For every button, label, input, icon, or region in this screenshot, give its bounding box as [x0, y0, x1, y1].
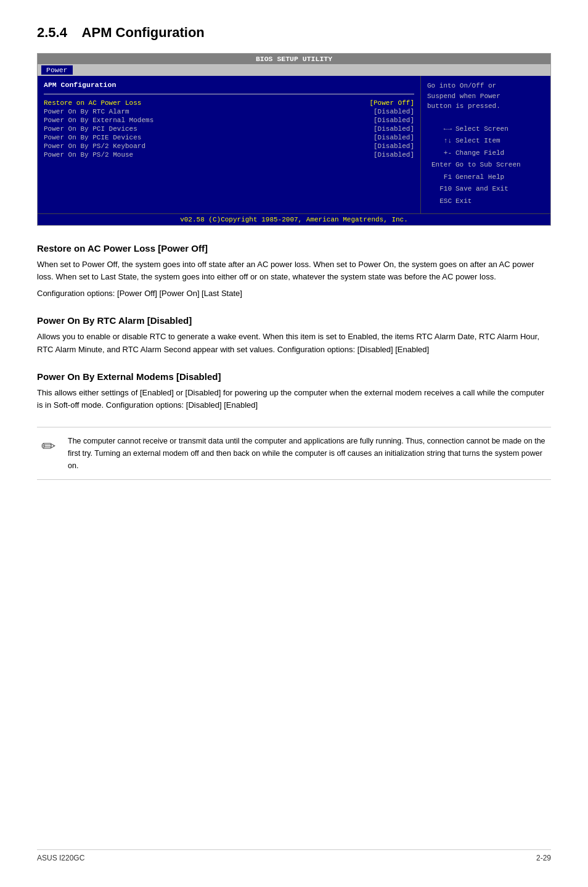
bios-item-value-6: [Disabled] [374, 151, 414, 159]
bios-key-3: EnterGo to Sub Screen [427, 160, 544, 171]
bios-key-6: ESCExit [427, 196, 544, 207]
page-footer: ASUS I220GC 2-29 [37, 849, 551, 862]
bios-right-panel: Go into On/Off or Suspend when Power but… [421, 76, 550, 213]
bios-section-label: APM Configuration [44, 81, 414, 89]
bios-item-value-2: [Disabled] [374, 117, 414, 124]
footer-left: ASUS I220GC [37, 854, 84, 862]
bios-item-label-1: Power On By RTC Alarm [44, 108, 129, 115]
bios-key-2: +-Change Field [427, 148, 544, 159]
note-text: The computer cannot receive or transmit … [68, 435, 551, 472]
bios-key-name-1: ↑↓ [427, 136, 452, 147]
bios-key-desc-1: Select Item [455, 136, 500, 147]
bios-tab-row: Power [38, 64, 550, 76]
bios-key-desc-5: Save and Exit [455, 184, 508, 195]
bios-keys-container: ←→Select Screen↑↓Select Item+-Change Fie… [427, 124, 544, 207]
bios-help-line3: button is pressed. [427, 101, 544, 112]
note-icon: ✏ [37, 436, 59, 456]
section-title: 2.5.4 APM Configuration [37, 25, 551, 41]
subsection-para-0-0: When set to Power Off, the system goes i… [37, 258, 551, 284]
bios-key-name-2: +- [427, 148, 452, 159]
footer-right: 2-29 [536, 854, 551, 862]
bios-item-1[interactable]: Power On By RTC Alarm[Disabled] [44, 108, 414, 115]
bios-item-value-4: [Disabled] [374, 134, 414, 141]
bios-setup-box: BIOS SETUP UTILITY Power APM Configurati… [37, 53, 551, 226]
bios-item-label-2: Power On By External Modems [44, 117, 153, 124]
bios-item-label-4: Power On By PCIE Devices [44, 134, 141, 141]
bios-item-6[interactable]: Power On By PS/2 Mouse[Disabled] [44, 151, 414, 159]
bios-divider [44, 94, 414, 94]
bios-key-5: F10Save and Exit [427, 184, 544, 195]
bios-item-4[interactable]: Power On By PCIE Devices[Disabled] [44, 134, 414, 141]
bios-item-5[interactable]: Power On By PS/2 Keyboard[Disabled] [44, 142, 414, 150]
subsection-0: Restore on AC Power Loss [Power Off]When… [37, 243, 551, 300]
bios-key-desc-0: Select Screen [455, 124, 508, 135]
bios-item-3[interactable]: Power On By PCI Devices[Disabled] [44, 125, 414, 133]
bios-key-name-4: F1 [427, 172, 452, 183]
bios-item-0[interactable]: Restore on AC Power Loss[Power Off] [44, 99, 414, 107]
bios-key-name-0: ←→ [427, 124, 452, 135]
bios-key-name-5: F10 [427, 184, 452, 195]
subsection-heading-2: Power On By External Modems [Disabled] [37, 371, 551, 382]
bios-item-value-1: [Disabled] [374, 108, 414, 115]
subsection-heading-0: Restore on AC Power Loss [Power Off] [37, 243, 551, 254]
subsection-para-0-1: Configuration options: [Power Off] [Powe… [37, 287, 551, 300]
bios-footer: v02.58 (C)Copyright 1985-2007, American … [38, 213, 550, 225]
bios-key-0: ←→Select Screen [427, 124, 544, 135]
note-box: ✏ The computer cannot receive or transmi… [37, 427, 551, 480]
bios-key-name-6: ESC [427, 196, 452, 207]
bios-key-desc-2: Change Field [455, 148, 504, 159]
bios-help-text: Go into On/Off or Suspend when Power but… [427, 81, 544, 112]
bios-key-1: ↑↓Select Item [427, 136, 544, 147]
bios-item-label-6: Power On By PS/2 Mouse [44, 151, 133, 159]
subsection-2: Power On By External Modems [Disabled]Th… [37, 371, 551, 413]
subsection-para-2-0: This allows either settings of [Enabled]… [37, 387, 551, 413]
bios-item-value-5: [Disabled] [374, 142, 414, 150]
subsection-1: Power On By RTC Alarm [Disabled]Allows y… [37, 315, 551, 357]
bios-header: BIOS SETUP UTILITY [38, 54, 550, 64]
bios-body: APM Configuration Restore on AC Power Lo… [38, 76, 550, 213]
bios-item-label-3: Power On By PCI Devices [44, 125, 137, 133]
bios-item-label-5: Power On By PS/2 Keyboard [44, 142, 145, 150]
bios-key-desc-6: Exit [455, 196, 472, 207]
bios-item-value-0: [Power Off] [369, 99, 414, 107]
section-name: APM Configuration [82, 25, 205, 40]
bios-items-container: Restore on AC Power Loss[Power Off]Power… [44, 99, 414, 159]
section-number: 2.5.4 [37, 25, 67, 40]
bios-key-desc-4: General Help [455, 172, 504, 183]
bios-tab-power[interactable]: Power [41, 65, 73, 75]
subsections-container: Restore on AC Power Loss [Power Off]When… [37, 243, 551, 413]
bios-help-line2: Suspend when Power [427, 91, 544, 102]
bios-key-4: F1General Help [427, 172, 544, 183]
bios-item-label-0: Restore on AC Power Loss [44, 99, 141, 107]
bios-left-panel: APM Configuration Restore on AC Power Lo… [38, 76, 421, 213]
bios-item-value-3: [Disabled] [374, 125, 414, 133]
bios-help-line1: Go into On/Off or [427, 81, 544, 91]
bios-key-desc-3: Go to Sub Screen [455, 160, 521, 171]
subsection-para-1-0: Allows you to enable or disable RTC to g… [37, 331, 551, 357]
subsection-heading-1: Power On By RTC Alarm [Disabled] [37, 315, 551, 326]
bios-key-name-3: Enter [427, 160, 452, 171]
bios-item-2[interactable]: Power On By External Modems[Disabled] [44, 117, 414, 124]
